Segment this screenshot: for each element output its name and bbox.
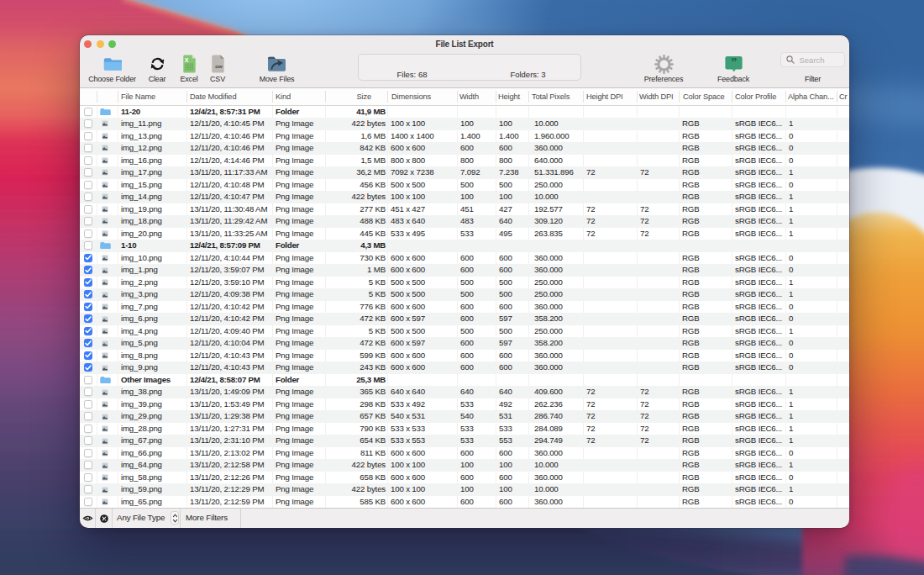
svg-text:”: ”	[731, 56, 737, 69]
svg-text:X: X	[184, 57, 188, 63]
svg-text:csv: csv	[215, 64, 222, 69]
